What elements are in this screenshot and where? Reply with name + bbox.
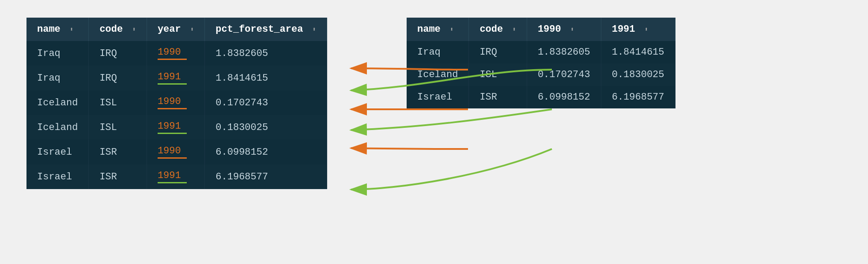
col-1990-right[interactable]: 1990 ⬍ <box>527 18 601 41</box>
cell-year-green: 1991 <box>147 115 204 140</box>
sort-icon-pct-left: ⬍ <box>313 26 316 33</box>
cell-name: Iceland <box>407 63 469 86</box>
cell-pct: 0.1830025 <box>205 115 327 140</box>
table-row: Israel ISR 6.0998152 6.1968577 <box>407 86 675 108</box>
sort-icon-name-right: ⬍ <box>450 26 453 33</box>
cell-name: Iceland <box>26 115 89 140</box>
cell-year-orange: 1990 <box>147 90 204 115</box>
arrow-iceland-1991 <box>351 109 552 130</box>
cell-pct: 6.0998152 <box>205 140 327 164</box>
cell-pct: 1.8414615 <box>205 66 327 90</box>
cell-code: ISL <box>469 63 527 86</box>
sort-icon-name-left: ⬍ <box>70 26 73 33</box>
sort-icon-code-left: ⬍ <box>132 26 136 33</box>
table-row: Iraq IRQ 1990 1.8382605 <box>26 41 327 66</box>
cell-code: ISR <box>469 86 527 108</box>
table-row: Iceland ISL 1991 0.1830025 <box>26 115 327 140</box>
sort-icon-1990-right: ⬍ <box>570 26 574 33</box>
col-name-left[interactable]: name ⬍ <box>26 18 89 41</box>
table-row: Israel ISR 1991 6.1968577 <box>26 164 327 189</box>
cell-code: ISL <box>89 115 147 140</box>
left-table: name ⬍ code ⬍ year ⬍ pct_forest_area ⬍ I… <box>26 18 327 189</box>
cell-1990: 6.0998152 <box>527 86 601 108</box>
col-code-right[interactable]: code ⬍ <box>469 18 527 41</box>
cell-1991: 0.1830025 <box>601 63 675 86</box>
cell-pct: 6.1968577 <box>205 164 327 189</box>
cell-code: IRQ <box>469 41 527 63</box>
cell-1991: 6.1968577 <box>601 86 675 108</box>
page-wrapper: name ⬍ code ⬍ year ⬍ pct_forest_area ⬍ I… <box>0 0 868 264</box>
right-table: name ⬍ code ⬍ 1990 ⬍ 1991 ⬍ Iraq IRQ 1.8… <box>407 18 676 108</box>
cell-year-green: 1991 <box>147 66 204 90</box>
cell-code: ISL <box>89 90 147 115</box>
col-code-left[interactable]: code ⬍ <box>89 18 147 41</box>
cell-pct: 0.1702743 <box>205 90 327 115</box>
cell-code: IRQ <box>89 66 147 90</box>
cell-1990: 0.1702743 <box>527 63 601 86</box>
sort-icon-year-left: ⬍ <box>190 26 194 33</box>
cell-code: ISR <box>89 164 147 189</box>
cell-name: Iceland <box>26 90 89 115</box>
sort-icon-code-right: ⬍ <box>512 26 516 33</box>
arrow-israel-1990 <box>351 148 468 149</box>
cell-1991: 1.8414615 <box>601 41 675 63</box>
arrow-israel-1991 <box>351 149 552 190</box>
table-row: Iraq IRQ 1991 1.8414615 <box>26 66 327 90</box>
col-name-right[interactable]: name ⬍ <box>407 18 469 41</box>
sort-icon-1991-right: ⬍ <box>645 26 648 33</box>
table-row: Iceland ISL 1990 0.1702743 <box>26 90 327 115</box>
cell-year-orange: 1990 <box>147 140 204 164</box>
cell-name: Israel <box>26 140 89 164</box>
cell-year-orange: 1990 <box>147 41 204 66</box>
col-year-left[interactable]: year ⬍ <box>147 18 204 41</box>
cell-name: Iraq <box>26 41 89 66</box>
cell-code: IRQ <box>89 41 147 66</box>
cell-name: Iraq <box>26 66 89 90</box>
table-row: Israel ISR 1990 6.0998152 <box>26 140 327 164</box>
right-table-container: name ⬍ code ⬍ 1990 ⬍ 1991 ⬍ Iraq IRQ 1.8… <box>407 18 676 108</box>
cell-1990: 1.8382605 <box>527 41 601 63</box>
cell-name: Israel <box>26 164 89 189</box>
cell-name: Iraq <box>407 41 469 63</box>
table-row: Iraq IRQ 1.8382605 1.8414615 <box>407 41 675 63</box>
cell-code: ISR <box>89 140 147 164</box>
col-pct-left[interactable]: pct_forest_area ⬍ <box>205 18 327 41</box>
col-1991-right[interactable]: 1991 ⬍ <box>601 18 675 41</box>
cell-year-green: 1991 <box>147 164 204 189</box>
table-row: Iceland ISL 0.1702743 0.1830025 <box>407 63 675 86</box>
cell-pct: 1.8382605 <box>205 41 327 66</box>
left-table-container: name ⬍ code ⬍ year ⬍ pct_forest_area ⬍ I… <box>26 18 327 189</box>
cell-name: Israel <box>407 86 469 108</box>
